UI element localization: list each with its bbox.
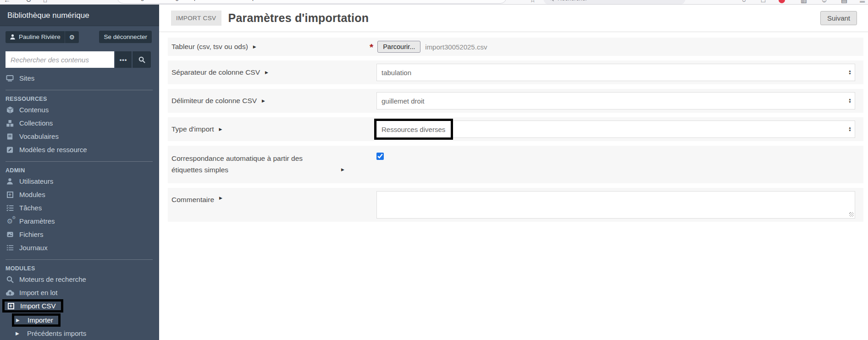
user-button[interactable]: Pauline Rivière <box>6 31 65 43</box>
browser-chrome: ← ↻ ⌂ ▣ □ genovefalibsg.univ-paris3.fr/a… <box>0 0 868 5</box>
sidebar-item-sites[interactable]: Sites <box>6 71 159 85</box>
sidebar-item-label: Import CSV <box>20 302 56 310</box>
main-content: IMPORT CSV Paramètres d'importation Suiv… <box>159 5 868 340</box>
sidebar-item-importer[interactable]: ▶ Importer <box>12 313 61 327</box>
field-label-text: Tableur (csv, tsv ou ods) <box>171 43 248 51</box>
form-row-commentaire: Commentaire ▶ <box>168 188 863 222</box>
sidebar-item-label: Modèles de ressource <box>19 146 87 154</box>
next-button[interactable]: Suivant <box>820 11 857 25</box>
search-submit-button[interactable] <box>133 51 151 68</box>
sidebar-item-collections[interactable]: Collections <box>6 116 159 130</box>
field-label-text: Commentaire <box>171 196 214 204</box>
ellipsis-icon: ••• <box>120 56 127 63</box>
field-label: Séparateur de colonne CSV ▶ <box>171 64 376 81</box>
comment-textarea[interactable] <box>376 191 855 219</box>
back-icon[interactable]: ← <box>4 0 11 4</box>
sidebar-toggle-icon[interactable]: ▥ <box>801 0 807 4</box>
site-title[interactable]: Bibliothèque numérique <box>0 5 159 26</box>
divider <box>6 161 153 162</box>
browse-button[interactable]: Parcourir... <box>377 41 420 53</box>
extension-smiley-icon[interactable]: ☺ <box>821 0 828 4</box>
select-arrows-icon: ▲▼ <box>848 70 851 75</box>
extension-icon[interactable]: ○ <box>742 0 746 4</box>
sidebar-item-label: Contenus <box>19 106 49 114</box>
sidebar-item-label: Tâches <box>19 204 42 212</box>
reload-icon[interactable]: ↻ <box>26 0 32 4</box>
logout-button[interactable]: Se déconnecter <box>99 31 152 43</box>
field-info-toggle-icon[interactable]: ▶ <box>219 127 222 132</box>
field-label: Tableur (csv, tsv ou ods) ▶ <box>171 41 376 53</box>
tasks-icon <box>6 204 14 212</box>
field-info-toggle-icon[interactable]: ▶ <box>219 196 222 200</box>
sidebar-item-moteurs-de-recherche[interactable]: Moteurs de recherche <box>6 273 159 286</box>
search-input[interactable] <box>6 51 114 68</box>
sidebar-item-vocabulaires[interactable]: Vocabulaires <box>6 130 159 143</box>
bookmark-star-icon[interactable]: ☆ <box>530 0 536 4</box>
user-button-group: Pauline Rivière ⚙ <box>6 31 79 43</box>
field-label: Délimiteur de colonne CSV ▶ <box>171 92 376 110</box>
import-form: Tableur (csv, tsv ou ods) ▶ * Parcourir.… <box>159 32 868 226</box>
sidebar-item-modules[interactable]: + Modules <box>6 188 159 201</box>
shield-icon[interactable]: ▣ <box>124 0 128 0</box>
delimiter-select[interactable]: tabulation ▲▼ <box>376 64 855 81</box>
sidebar-item-contenus[interactable]: Contenus <box>6 103 159 116</box>
select-value: Ressources diverses <box>381 126 445 133</box>
cubes-icon <box>6 120 14 127</box>
sidebar-item-label: Modules <box>19 191 45 198</box>
url-text[interactable]: genovefalibsg.univ-paris3.fr/admin/csvim… <box>141 0 263 1</box>
user-settings-button[interactable]: ⚙ <box>65 31 79 43</box>
field-info-toggle-icon[interactable]: ▶ <box>265 70 268 75</box>
advanced-search-button[interactable]: ••• <box>115 51 132 68</box>
field-info-toggle-icon[interactable]: ▶ <box>253 44 256 49</box>
sidebar-item-utilisateurs[interactable]: Utilisateurs <box>6 175 159 188</box>
plus-square-icon: + <box>6 303 15 309</box>
sidebar-item-label: Journaux <box>19 244 48 252</box>
sidebar-nav: Sites RESSOURCES Contenus Collections Vo… <box>0 68 159 340</box>
sidebar-item-taches[interactable]: Tâches <box>6 201 159 214</box>
select-value: guillemet droit <box>381 97 424 105</box>
sidebar-item-label: Vocabulaires <box>19 132 59 140</box>
sidebar-item-precedents-imports[interactable]: ▶ Précédents imports <box>16 327 159 340</box>
list-icon <box>6 244 14 251</box>
form-row-correspondance: Correspondance automatique à partir des … <box>168 146 863 183</box>
extension-icon[interactable]: □ <box>761 0 765 4</box>
sidebar-item-label: Paramètres <box>19 217 55 225</box>
field-info-toggle-icon[interactable]: ▶ <box>341 167 344 172</box>
field-label: Commentaire ▶ <box>171 191 376 219</box>
enclosure-select[interactable]: guillemet droit ▲▼ <box>376 92 855 110</box>
form-row-delimiteur: Délimiteur de colonne CSV ▶ guillemet dr… <box>168 89 863 113</box>
profile-avatar[interactable] <box>779 0 785 3</box>
plus-square-icon: + <box>6 192 14 198</box>
required-marker: * <box>370 42 373 52</box>
monitor-icon <box>6 75 14 82</box>
field-label-text: Délimiteur de colonne CSV <box>171 97 257 105</box>
menu-icon[interactable]: ☰ <box>859 0 865 4</box>
home-icon[interactable]: ⌂ <box>43 0 47 4</box>
select-arrows-icon: ▲▼ <box>848 126 851 132</box>
automap-checkbox[interactable] <box>376 153 384 160</box>
field-value: * Parcourir... import30052025.csv <box>376 41 855 53</box>
sidebar-item-parametres[interactable]: ⚙⚙ Paramètres <box>6 214 159 228</box>
sidebar-item-modeles[interactable]: Modèles de ressource <box>6 143 159 156</box>
library-icon[interactable]: ▤ <box>841 0 847 4</box>
field-label-text: Séparateur de colonne CSV <box>171 68 260 77</box>
page-title: Paramètres d'importation <box>228 11 369 25</box>
field-value <box>376 191 855 219</box>
import-type-select[interactable]: Ressources diverses ▲▼ <box>376 121 855 138</box>
section-header-modules: MODULES <box>6 265 159 272</box>
selected-file-name: import30052025.csv <box>425 43 487 51</box>
breadcrumb: IMPORT CSV <box>171 11 221 26</box>
url-bar[interactable]: ▣ □ genovefalibsg.univ-paris3.fr/admin/c… <box>117 0 507 4</box>
search-icon <box>549 0 554 1</box>
field-info-toggle-icon[interactable]: ▶ <box>262 99 265 103</box>
field-value <box>376 149 855 180</box>
browser-search-bar[interactable]: Rechercher <box>543 0 686 5</box>
sidebar: Bibliothèque numérique Pauline Rivière ⚙… <box>0 5 159 340</box>
sidebar-item-import-en-lot[interactable]: Import en lot <box>6 286 159 299</box>
user-icon <box>6 178 14 185</box>
user-icon <box>10 34 16 40</box>
sidebar-item-fichiers[interactable]: Fichiers <box>6 228 159 241</box>
sidebar-item-import-csv[interactable]: + Import CSV <box>2 299 63 313</box>
sidebar-item-journaux[interactable]: Journaux <box>6 241 159 254</box>
form-row-separateur: Séparateur de colonne CSV ▶ tabulation ▲… <box>168 60 863 84</box>
